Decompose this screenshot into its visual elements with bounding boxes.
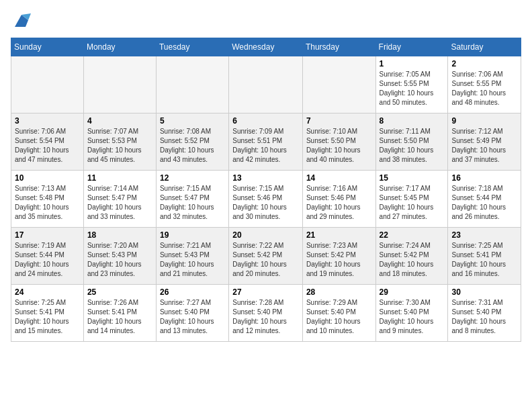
calendar-day-cell: 16Sunrise: 7:18 AM Sunset: 5:44 PM Dayli… [448,171,521,228]
day-number: 29 [380,287,445,297]
day-number: 17 [15,230,80,240]
calendar-day-cell: 21Sunrise: 7:23 AM Sunset: 5:42 PM Dayli… [302,228,375,285]
calendar-day-cell: 11Sunrise: 7:14 AM Sunset: 5:47 PM Dayli… [83,171,156,228]
calendar-day-cell: 7Sunrise: 7:10 AM Sunset: 5:50 PM Daylig… [302,113,375,171]
weekday-header: Wednesday [229,38,303,56]
calendar-day-cell: 29Sunrise: 7:30 AM Sunset: 5:40 PM Dayli… [375,285,448,342]
day-number: 1 [380,59,445,68]
calendar-day-cell: 27Sunrise: 7:28 AM Sunset: 5:40 PM Dayli… [229,285,303,342]
calendar-day-cell: 10Sunrise: 7:13 AM Sunset: 5:48 PM Dayli… [11,171,84,228]
day-number: 23 [451,230,517,240]
calendar-day-cell: 9Sunrise: 7:12 AM Sunset: 5:49 PM Daylig… [448,113,521,171]
day-info: Sunrise: 7:09 AM Sunset: 5:51 PM Dayligh… [232,127,299,165]
day-info: Sunrise: 7:25 AM Sunset: 5:41 PM Dayligh… [15,298,80,336]
day-info: Sunrise: 7:25 AM Sunset: 5:41 PM Dayligh… [451,241,517,279]
day-number: 16 [451,173,517,183]
day-number: 24 [15,287,80,297]
calendar-day-cell: 28Sunrise: 7:29 AM Sunset: 5:40 PM Dayli… [302,285,375,342]
day-number: 8 [380,116,445,126]
calendar-day-cell: 23Sunrise: 7:25 AM Sunset: 5:41 PM Dayli… [448,228,521,285]
calendar-week-row: 1Sunrise: 7:05 AM Sunset: 5:55 PM Daylig… [11,56,521,113]
day-info: Sunrise: 7:13 AM Sunset: 5:48 PM Dayligh… [15,184,80,222]
calendar-day-cell: 26Sunrise: 7:27 AM Sunset: 5:40 PM Dayli… [156,285,228,342]
day-number: 7 [306,116,372,126]
day-info: Sunrise: 7:14 AM Sunset: 5:47 PM Dayligh… [87,184,152,222]
day-info: Sunrise: 7:15 AM Sunset: 5:47 PM Dayligh… [160,184,225,222]
logo-icon [12,11,31,30]
weekday-header: Thursday [302,38,375,56]
day-number: 26 [160,287,225,297]
day-number: 11 [87,173,152,183]
day-info: Sunrise: 7:29 AM Sunset: 5:40 PM Dayligh… [306,298,372,336]
day-info: Sunrise: 7:27 AM Sunset: 5:40 PM Dayligh… [160,298,225,336]
day-info: Sunrise: 7:21 AM Sunset: 5:43 PM Dayligh… [160,241,225,279]
day-number: 2 [451,59,517,68]
day-number: 3 [15,116,80,126]
day-number: 6 [232,116,299,126]
calendar-day-cell: 25Sunrise: 7:26 AM Sunset: 5:41 PM Dayli… [83,285,156,342]
day-info: Sunrise: 7:20 AM Sunset: 5:43 PM Dayligh… [87,241,152,279]
calendar-day-cell: 13Sunrise: 7:15 AM Sunset: 5:46 PM Dayli… [229,171,303,228]
calendar-day-cell: 3Sunrise: 7:06 AM Sunset: 5:54 PM Daylig… [11,113,84,171]
day-info: Sunrise: 7:12 AM Sunset: 5:49 PM Dayligh… [451,127,517,165]
day-number: 21 [306,230,372,240]
day-info: Sunrise: 7:16 AM Sunset: 5:46 PM Dayligh… [306,184,372,222]
calendar-day-cell: 22Sunrise: 7:24 AM Sunset: 5:42 PM Dayli… [375,228,448,285]
calendar-week-row: 24Sunrise: 7:25 AM Sunset: 5:41 PM Dayli… [11,285,521,342]
day-info: Sunrise: 7:08 AM Sunset: 5:52 PM Dayligh… [160,127,225,165]
day-number: 9 [451,116,517,126]
day-number: 28 [306,287,372,297]
calendar-day-cell: 20Sunrise: 7:22 AM Sunset: 5:42 PM Dayli… [229,228,303,285]
day-number: 20 [232,230,299,240]
calendar-day-cell: 15Sunrise: 7:17 AM Sunset: 5:45 PM Dayli… [375,171,448,228]
day-number: 14 [306,173,372,183]
calendar-table: SundayMondayTuesdayWednesdayThursdayFrid… [11,38,521,342]
day-info: Sunrise: 7:19 AM Sunset: 5:44 PM Dayligh… [15,241,80,279]
day-info: Sunrise: 7:07 AM Sunset: 5:53 PM Dayligh… [87,127,152,165]
day-number: 12 [160,173,225,183]
calendar-day-cell: 24Sunrise: 7:25 AM Sunset: 5:41 PM Dayli… [11,285,84,342]
calendar-week-row: 10Sunrise: 7:13 AM Sunset: 5:48 PM Dayli… [11,171,521,228]
calendar-day-cell: 5Sunrise: 7:08 AM Sunset: 5:52 PM Daylig… [156,113,228,171]
weekday-header: Monday [83,38,156,56]
day-number: 10 [15,173,80,183]
calendar-day-cell: 12Sunrise: 7:15 AM Sunset: 5:47 PM Dayli… [156,171,228,228]
day-info: Sunrise: 7:26 AM Sunset: 5:41 PM Dayligh… [87,298,152,336]
calendar-day-cell: 1Sunrise: 7:05 AM Sunset: 5:55 PM Daylig… [375,56,448,113]
weekday-header: Saturday [448,38,521,56]
day-info: Sunrise: 7:05 AM Sunset: 5:55 PM Dayligh… [380,70,445,107]
calendar-day-cell: 4Sunrise: 7:07 AM Sunset: 5:53 PM Daylig… [83,113,156,171]
logo [11,11,31,30]
calendar-day-cell: 8Sunrise: 7:11 AM Sunset: 5:50 PM Daylig… [375,113,448,171]
day-number: 27 [232,287,299,297]
calendar-day-cell: 2Sunrise: 7:06 AM Sunset: 5:55 PM Daylig… [448,56,521,113]
weekday-header: Tuesday [156,38,228,56]
page-header [11,11,521,30]
calendar-day-cell [11,56,84,113]
calendar-week-row: 3Sunrise: 7:06 AM Sunset: 5:54 PM Daylig… [11,113,521,171]
day-info: Sunrise: 7:10 AM Sunset: 5:50 PM Dayligh… [306,127,372,165]
calendar-week-row: 17Sunrise: 7:19 AM Sunset: 5:44 PM Dayli… [11,228,521,285]
day-info: Sunrise: 7:17 AM Sunset: 5:45 PM Dayligh… [380,184,445,222]
day-number: 22 [380,230,445,240]
day-info: Sunrise: 7:18 AM Sunset: 5:44 PM Dayligh… [451,184,517,222]
calendar-day-cell [229,56,303,113]
day-info: Sunrise: 7:24 AM Sunset: 5:42 PM Dayligh… [380,241,445,279]
day-number: 30 [451,287,517,297]
calendar-day-cell [302,56,375,113]
calendar-day-cell: 14Sunrise: 7:16 AM Sunset: 5:46 PM Dayli… [302,171,375,228]
calendar-day-cell: 18Sunrise: 7:20 AM Sunset: 5:43 PM Dayli… [83,228,156,285]
day-number: 5 [160,116,225,126]
day-info: Sunrise: 7:15 AM Sunset: 5:46 PM Dayligh… [232,184,299,222]
day-number: 13 [232,173,299,183]
day-number: 4 [87,116,152,126]
calendar-day-cell: 17Sunrise: 7:19 AM Sunset: 5:44 PM Dayli… [11,228,84,285]
weekday-header: Friday [375,38,448,56]
day-info: Sunrise: 7:30 AM Sunset: 5:40 PM Dayligh… [380,298,445,336]
day-number: 25 [87,287,152,297]
calendar-day-cell: 19Sunrise: 7:21 AM Sunset: 5:43 PM Dayli… [156,228,228,285]
day-number: 19 [160,230,225,240]
calendar-day-cell: 6Sunrise: 7:09 AM Sunset: 5:51 PM Daylig… [229,113,303,171]
day-info: Sunrise: 7:23 AM Sunset: 5:42 PM Dayligh… [306,241,372,279]
calendar-day-cell: 30Sunrise: 7:31 AM Sunset: 5:40 PM Dayli… [448,285,521,342]
